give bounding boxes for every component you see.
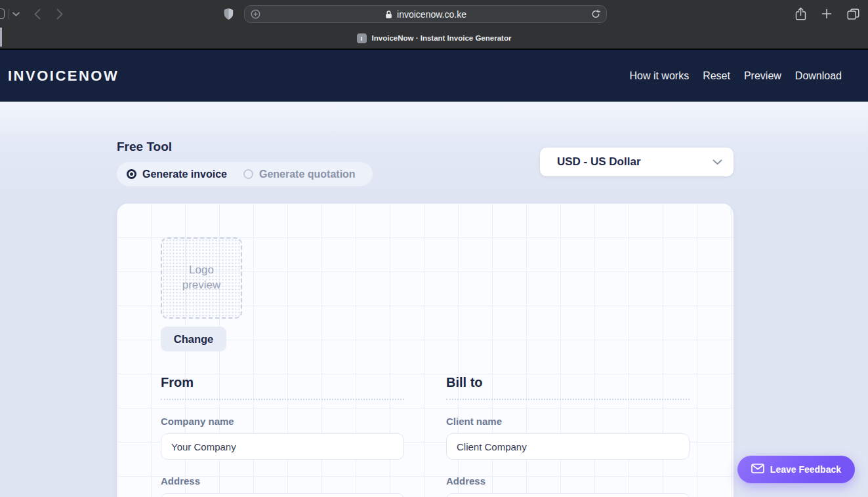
currency-selected-value: USD - US Dollar — [557, 155, 641, 169]
change-logo-button[interactable]: Change — [161, 327, 226, 351]
from-heading: From — [161, 375, 404, 400]
toolbar-chevron-down-icon[interactable] — [12, 12, 20, 16]
chevron-down-icon — [713, 156, 722, 168]
refresh-icon[interactable] — [591, 9, 600, 19]
nav-reset[interactable]: Reset — [703, 70, 730, 82]
nav-download[interactable]: Download — [795, 70, 842, 82]
bill-to-heading: Bill to — [446, 375, 690, 400]
browser-chrome: invoicenow.co.ke I — [0, 0, 868, 50]
url-text: invoicenow.co.ke — [397, 9, 466, 20]
bill-to-address-input[interactable] — [446, 493, 690, 497]
lock-icon — [385, 10, 392, 19]
company-name-label: Company name — [161, 416, 404, 427]
bill-to-address-label: Address — [446, 475, 690, 487]
company-name-input[interactable] — [161, 433, 404, 460]
new-tab-icon[interactable] — [821, 9, 832, 19]
active-tab[interactable]: I InvoiceNow · Instant Invoice Generator — [357, 33, 512, 43]
site-logo: INVOICENOW — [8, 68, 119, 85]
site-header: INVOICENOW How it works Reset Preview Do… — [0, 50, 868, 102]
logo-upload-dropzone[interactable]: Logo preview — [161, 237, 242, 319]
feedback-button-label: Leave Feedback — [770, 464, 841, 475]
tab-title-text: InvoiceNow · Instant Invoice Generator — [372, 34, 512, 42]
mode-option-label: Generate invoice — [142, 169, 227, 180]
tab-bar: I InvoiceNow · Instant Invoice Generator — [0, 28, 868, 49]
window-edge-strip — [0, 28, 2, 47]
screen: invoicenow.co.ke I — [0, 0, 868, 497]
currency-select[interactable]: USD - US Dollar — [540, 148, 734, 176]
client-name-label: Client name — [446, 416, 690, 427]
tab-favicon: I — [357, 33, 367, 43]
envelope-icon — [751, 464, 764, 475]
mode-option-generate-invoice[interactable]: Generate invoice — [127, 169, 227, 180]
bill-to-section: Bill to Client name Address — [446, 375, 690, 497]
sidebar-toggle-icon[interactable] — [0, 9, 5, 19]
page-body: Free Tool Generate invoice Generate quot… — [0, 102, 868, 497]
from-address-input[interactable] — [161, 493, 404, 497]
radio-unselected-icon[interactable] — [243, 169, 253, 179]
site-nav: How it works Reset Preview Download — [629, 70, 842, 82]
back-icon[interactable] — [34, 9, 41, 20]
mode-toggle: Generate invoice Generate quotation — [117, 162, 373, 186]
forward-icon[interactable] — [56, 9, 63, 20]
radio-selected-icon[interactable] — [127, 169, 136, 179]
browser-toolbar: invoicenow.co.ke — [0, 0, 868, 28]
logo-preview-label: Logo preview — [178, 263, 225, 293]
page-settings-icon[interactable] — [251, 9, 260, 19]
client-name-input[interactable] — [446, 433, 690, 460]
url-bar[interactable]: invoicenow.co.ke — [244, 5, 607, 23]
from-section: From Company name Address — [161, 375, 404, 497]
mode-option-label: Generate quotation — [259, 169, 356, 180]
invoice-form-card: Logo preview Change From Company name Ad… — [117, 203, 734, 497]
from-address-label: Address — [161, 475, 404, 487]
nav-preview[interactable]: Preview — [744, 70, 781, 82]
tabs-overview-icon[interactable] — [847, 9, 859, 20]
nav-how-it-works[interactable]: How it works — [629, 70, 689, 82]
privacy-shield-icon[interactable] — [224, 8, 234, 20]
share-icon[interactable] — [795, 7, 806, 21]
mode-option-generate-quotation[interactable]: Generate quotation — [243, 169, 356, 180]
leave-feedback-button[interactable]: Leave Feedback — [737, 456, 855, 483]
toolbar-divider — [9, 9, 9, 19]
